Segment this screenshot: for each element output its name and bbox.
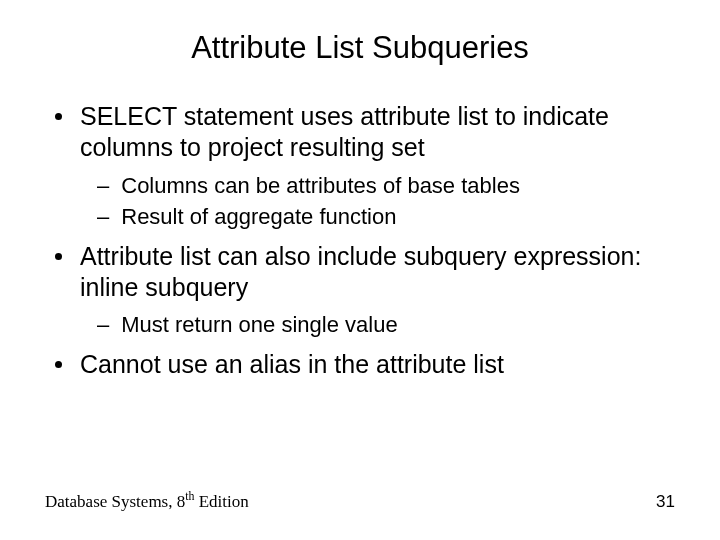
bullet-level-1: Cannot use an alias in the attribute lis…: [45, 349, 675, 380]
page-number: 31: [656, 492, 675, 512]
bullet-dash-icon: –: [97, 203, 109, 231]
bullet-dot-icon: [55, 113, 62, 120]
bullet-dash-icon: –: [97, 311, 109, 339]
bullet-level-1: SELECT statement uses attribute list to …: [45, 101, 675, 164]
slide-footer: Database Systems, 8th Edition 31: [45, 492, 675, 512]
bullet-level-2: – Result of aggregate function: [45, 203, 675, 231]
footer-text: Database Systems, 8th Edition: [45, 492, 249, 512]
bullet-text: Columns can be attributes of base tables: [121, 172, 675, 200]
page-title: Attribute List Subqueries: [45, 30, 675, 66]
bullet-level-2: – Must return one single value: [45, 311, 675, 339]
bullet-dot-icon: [55, 253, 62, 260]
bullet-text: SELECT statement uses attribute list to …: [80, 101, 675, 164]
bullet-level-1: Attribute list can also include subquery…: [45, 241, 675, 304]
content-body: SELECT statement uses attribute list to …: [45, 101, 675, 380]
slide: Attribute List Subqueries SELECT stateme…: [0, 0, 720, 540]
bullet-dot-icon: [55, 361, 62, 368]
footer-prefix: Database Systems, 8: [45, 492, 185, 511]
bullet-text: Cannot use an alias in the attribute lis…: [80, 349, 675, 380]
bullet-text: Result of aggregate function: [121, 203, 675, 231]
bullet-dash-icon: –: [97, 172, 109, 200]
bullet-level-2: – Columns can be attributes of base tabl…: [45, 172, 675, 200]
bullet-text: Must return one single value: [121, 311, 675, 339]
footer-suffix: Edition: [194, 492, 248, 511]
bullet-text: Attribute list can also include subquery…: [80, 241, 675, 304]
